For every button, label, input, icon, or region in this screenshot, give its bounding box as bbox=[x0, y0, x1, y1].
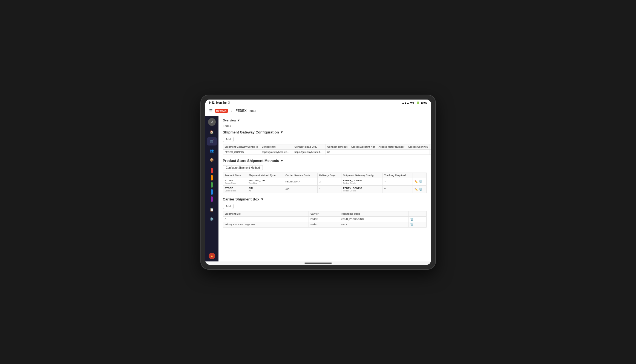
gateway-table-body: FEDEX_CONFIGhttps://gatewaybeta.fedex.co… bbox=[223, 149, 431, 155]
sidebar-item-orders[interactable]: 🛒 bbox=[207, 137, 217, 145]
edit-icon[interactable]: ✏️ bbox=[415, 188, 418, 191]
main-content: Overview ▼ FedEx Shipment Gateway Config… bbox=[218, 116, 431, 261]
sidebar-item-inventory[interactable]: 📦 bbox=[207, 156, 217, 164]
battery-icon: 🔋 bbox=[416, 101, 419, 104]
th-packaging-code: Packaging Code bbox=[339, 211, 408, 216]
table-row: Priority Flat Rate Large BoxFedExPACK🗑️ bbox=[223, 222, 426, 227]
delete-icon[interactable]: 🗑️ bbox=[419, 180, 422, 183]
action-cell: 🗑️ bbox=[408, 216, 426, 222]
sidebar-color-blue bbox=[211, 189, 213, 195]
separator: / bbox=[231, 109, 232, 113]
product-store-section: Product Store Shipment Methods ▼ Configu… bbox=[223, 159, 427, 193]
action-cell: 🗑️ bbox=[408, 222, 426, 227]
app-bar: ☰ HOTWAX / FEDEX FedEx bbox=[205, 106, 431, 116]
th-config-id: Shipment Gateway Config Id bbox=[223, 144, 260, 149]
sidebar-divider bbox=[208, 166, 216, 166]
table-cell: STOREDemo Store bbox=[223, 185, 247, 193]
th-shipment-box: Shipment Box bbox=[223, 211, 309, 216]
sidebar-item-list[interactable]: 📋 bbox=[207, 206, 217, 214]
table-cell: PACK bbox=[339, 222, 408, 227]
table-cell: FEDEX_CONFIG bbox=[223, 149, 260, 155]
add-gateway-button[interactable]: Add bbox=[223, 137, 234, 142]
carrier-shipment-section: Carrier Shipment Box ▼ Add Shipment Box … bbox=[223, 197, 427, 228]
carrier-box-body: AFedExYOUR_PACKAGING🗑️Priority Flat Rate… bbox=[223, 216, 426, 227]
table-cell: FEDEX2DAY bbox=[284, 178, 317, 185]
th-access-account: Access Account Nbr bbox=[349, 144, 377, 149]
action-cell: ✏️ 🗑️ bbox=[413, 185, 426, 193]
sidebar-item-brand[interactable]: 🔥 bbox=[209, 253, 215, 259]
th-access-user-key: Access User Key bbox=[406, 144, 430, 149]
table-cell: 1 bbox=[317, 185, 341, 193]
table-cell: YOUR_PACKAGING bbox=[339, 216, 408, 222]
shipment-gateway-section: Shipment Gateway Configuration ▼ Add Shi… bbox=[223, 130, 427, 155]
home-bar bbox=[304, 263, 332, 264]
gateway-table-header: Shipment Gateway Config Id Connect Url C… bbox=[223, 144, 431, 149]
status-bar: 9:41 Mon Jun 3 ▲▲▲ WiFi 🔋 100% bbox=[205, 100, 431, 106]
user-avatar[interactable]: U bbox=[208, 118, 216, 126]
sidebar-divider2 bbox=[208, 204, 216, 204]
sidebar-color-red bbox=[211, 168, 213, 173]
table-cell: Priority Flat Rate Large Box bbox=[223, 222, 309, 227]
table-cell bbox=[430, 149, 431, 155]
breadcrumb: FEDEX FedEx bbox=[236, 109, 257, 113]
th-actions bbox=[413, 173, 426, 178]
th-carrier: Carrier bbox=[309, 211, 339, 216]
battery-level: 100% bbox=[421, 101, 427, 104]
table-cell: https://gatewaybeta.fedex.com/GatewayDC bbox=[260, 149, 293, 155]
wifi-icon: WiFi bbox=[410, 101, 416, 104]
sidebar-item-settings[interactable]: ⚙️ bbox=[207, 215, 217, 223]
delete-icon[interactable]: 🗑️ bbox=[410, 223, 413, 226]
th-product-store: Product Store bbox=[223, 173, 247, 178]
configure-shipment-button[interactable]: Configure Shipment Method bbox=[223, 165, 263, 170]
edit-icon[interactable]: ✏️ bbox=[415, 180, 418, 183]
th-connect-url: Connect Url bbox=[260, 144, 293, 149]
th-access-user-pwd: Access User Pwd bbox=[430, 144, 431, 149]
sidebar: U 🏠 🛒 👥 📦 📋 ⚙️ 🔥 bbox=[205, 116, 218, 261]
status-date: Mon Jun 3 bbox=[216, 101, 230, 104]
table-cell: FEDEX_CONFIGFedex Config bbox=[341, 178, 382, 185]
table-cell: FedEx bbox=[309, 222, 339, 227]
table-cell bbox=[349, 149, 377, 155]
shipment-methods-body: STOREDemo StoreSECOND_DAYTwo DayFEDEX2DA… bbox=[223, 178, 426, 193]
th-tracking-required: Tracking Required bbox=[382, 173, 413, 178]
shipment-gateway-title: Shipment Gateway Configuration ▼ bbox=[223, 130, 427, 134]
table-cell: AIRAir bbox=[247, 185, 284, 193]
table-cell: AIR bbox=[284, 185, 317, 193]
shipment-methods-header: Product Store Shipment Method Type Carri… bbox=[223, 173, 426, 178]
table-cell: FedEx bbox=[309, 216, 339, 222]
shipment-methods-table: Product Store Shipment Method Type Carri… bbox=[223, 173, 427, 193]
table-row: STOREDemo StoreSECOND_DAYTwo DayFEDEX2DA… bbox=[223, 178, 426, 185]
delete-icon[interactable]: 🗑️ bbox=[410, 218, 413, 221]
carrier-box-header: Shipment Box Carrier Packaging Code bbox=[223, 211, 426, 216]
th-access-meter: Access Meter Number bbox=[377, 144, 406, 149]
status-time: 9:41 bbox=[209, 101, 215, 104]
table-cell: FEDEX_CONFIGFedex Config bbox=[341, 185, 382, 193]
th-shipment-gateway-config: Shipment Gateway Config bbox=[341, 173, 382, 178]
page-subtitle: FedEx bbox=[223, 124, 427, 127]
logo-text: HOTWAX bbox=[216, 110, 227, 112]
action-cell: ✏️ 🗑️ bbox=[413, 178, 426, 185]
table-cell: 2 bbox=[317, 178, 341, 185]
add-box-button[interactable]: Add bbox=[223, 204, 234, 209]
table-row: STOREDemo StoreAIRAirAIR1FEDEX_CONFIGFed… bbox=[223, 185, 426, 193]
sidebar-color-purple bbox=[211, 196, 213, 202]
sidebar-item-catalog[interactable]: 👥 bbox=[207, 147, 217, 155]
logo: HOTWAX bbox=[215, 109, 228, 113]
delete-icon[interactable]: 🗑️ bbox=[419, 188, 422, 191]
table-cell: Y bbox=[382, 178, 413, 185]
sidebar-item-home[interactable]: 🏠 bbox=[207, 128, 217, 136]
breadcrumb-fedex: FEDEX bbox=[236, 109, 247, 113]
sidebar-color-orange bbox=[211, 175, 213, 180]
table-cell bbox=[406, 149, 430, 155]
carrier-box-table: Shipment Box Carrier Packaging Code AFed… bbox=[223, 211, 427, 228]
overview-title: Overview ▼ bbox=[223, 119, 240, 122]
overview-row: Overview ▼ bbox=[223, 119, 427, 122]
table-cell: 60 bbox=[326, 149, 349, 155]
bottom-bar bbox=[205, 261, 431, 265]
th-connect-timeout: Connect Timeout bbox=[326, 144, 349, 149]
menu-icon[interactable]: ☰ bbox=[209, 109, 213, 113]
th-delivery-days: Delivery Days bbox=[317, 173, 341, 178]
th-connect-soap: Connect Soap URL bbox=[293, 144, 326, 149]
table-cell: SECOND_DAYTwo Day bbox=[247, 178, 284, 185]
table-cell: https://gatewaybeta.fedex.com:443/web-se… bbox=[293, 149, 326, 155]
